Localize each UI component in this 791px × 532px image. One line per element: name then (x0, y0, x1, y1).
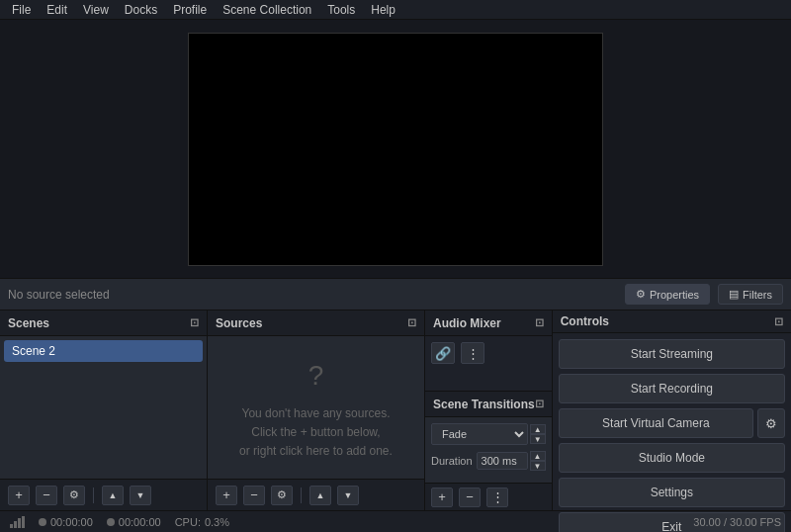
record-status-dot (107, 518, 115, 526)
transitions-body: Fade ▲ ▼ Duration 300 ms ▲ ▼ (425, 417, 552, 483)
stream-status-dot (39, 518, 46, 526)
cpu-label: CPU: (175, 516, 201, 528)
cpu-status: CPU: 0.3% (175, 516, 229, 528)
no-source-label: No source selected (8, 288, 617, 302)
properties-label: Properties (650, 289, 699, 301)
transition-spin-up[interactable]: ▲ (530, 424, 546, 434)
transition-select[interactable]: Fade (431, 423, 528, 445)
menu-profile[interactable]: Profile (165, 1, 215, 19)
duration-label: Duration (431, 455, 473, 467)
question-icon: ? (308, 354, 324, 399)
duration-input[interactable]: 300 ms (477, 452, 528, 470)
controls-panel: Controls ⊡ Start Streaming Start Recordi… (553, 310, 791, 510)
source-down-button[interactable]: ▼ (337, 486, 359, 505)
audio-mixer-panel: Audio Mixer ⊡ 🔗 ⋮ (425, 310, 552, 391)
audio-and-transitions: Audio Mixer ⊡ 🔗 ⋮ Scene Transitions ⊡ Fa… (425, 310, 553, 510)
record-time: 00:00:00 (119, 516, 161, 528)
scenes-panel: Scenes ⊡ Scene 2 + − ⚙ ▲ ▼ (0, 310, 208, 510)
menu-scene-collection[interactable]: Scene Collection (215, 1, 319, 19)
audio-body: 🔗 ⋮ (425, 336, 552, 391)
source-up-button[interactable]: ▲ (309, 486, 331, 505)
fps-display: 30.00 / 30.00 FPS (693, 516, 781, 528)
audio-link-button[interactable]: 🔗 (431, 342, 455, 364)
scenes-title: Scenes (8, 316, 49, 330)
menu-help[interactable]: Help (363, 1, 403, 19)
cpu-value: 0.3% (205, 516, 229, 528)
controls-expand-icon[interactable]: ⊡ (774, 315, 783, 328)
menu-view[interactable]: View (75, 1, 117, 19)
source-bar: No source selected ⚙ Properties ▤ Filter… (0, 279, 791, 310)
filters-icon: ▤ (729, 288, 739, 301)
preview-canvas (188, 33, 603, 266)
sources-header-icons: ⊡ (407, 316, 416, 329)
duration-spinners: ▲ ▼ (530, 451, 546, 471)
panels: Scenes ⊡ Scene 2 + − ⚙ ▲ ▼ Sources ⊡ ? Y… (0, 310, 791, 510)
controls-header: Controls ⊡ (553, 310, 791, 333)
transitions-header: Scene Transitions ⊡ (425, 392, 552, 417)
gear-icon: ⚙ (636, 288, 646, 301)
sources-title: Sources (216, 316, 262, 330)
scene-item[interactable]: Scene 2 (4, 340, 203, 362)
scenes-header: Scenes ⊡ (0, 310, 207, 336)
virtual-camera-settings-button[interactable]: ⚙ (757, 408, 785, 438)
start-virtual-camera-button[interactable]: Start Virtual Camera (559, 408, 753, 438)
settings-button[interactable]: Settings (559, 478, 785, 507)
more-transitions-button[interactable]: ⋮ (486, 488, 508, 507)
start-streaming-button[interactable]: Start Streaming (559, 339, 785, 369)
duration-spin-down[interactable]: ▼ (530, 461, 546, 471)
toolbar-separator2 (301, 488, 302, 503)
controls-body: Start Streaming Start Recording Start Vi… (553, 333, 791, 532)
transition-select-row: Fade ▲ ▼ (431, 423, 546, 445)
toolbar-separator (93, 488, 94, 503)
sources-header: Sources ⊡ (208, 310, 424, 336)
sources-empty[interactable]: ? You don't have any sources.Click the +… (208, 336, 424, 479)
audio-expand-icon[interactable]: ⊡ (535, 316, 544, 329)
controls-title: Controls (561, 314, 609, 328)
menu-docks[interactable]: Docks (117, 1, 165, 19)
preview-area (0, 20, 791, 279)
sources-empty-text: You don't have any sources.Click the + b… (239, 404, 393, 462)
sources-expand-icon[interactable]: ⊡ (407, 316, 416, 329)
scene-up-button[interactable]: ▲ (102, 486, 124, 505)
start-recording-button[interactable]: Start Recording (559, 374, 785, 403)
transition-spinners: ▲ ▼ (530, 424, 546, 444)
audio-header: Audio Mixer ⊡ (425, 310, 552, 336)
signal-status (10, 516, 25, 528)
scenes-expand-icon[interactable]: ⊡ (190, 316, 199, 329)
stream-time: 00:00:00 (50, 516, 93, 528)
menubar: File Edit View Docks Profile Scene Colle… (0, 0, 791, 20)
signal-bars-icon (10, 516, 25, 528)
duration-row: Duration 300 ms ▲ ▼ (431, 451, 546, 471)
virtual-camera-row: Start Virtual Camera ⚙ (559, 408, 785, 438)
scene-down-button[interactable]: ▼ (130, 486, 151, 505)
transitions-expand-icon[interactable]: ⊡ (535, 398, 544, 410)
studio-mode-button[interactable]: Studio Mode (559, 443, 785, 473)
audio-more-button[interactable]: ⋮ (461, 342, 484, 364)
menu-tools[interactable]: Tools (319, 1, 363, 19)
duration-spin-up[interactable]: ▲ (530, 451, 546, 461)
scenes-header-icons: ⊡ (190, 316, 199, 329)
configure-source-button[interactable]: ⚙ (271, 486, 293, 505)
sources-toolbar: + − ⚙ ▲ ▼ (208, 479, 424, 510)
menu-file[interactable]: File (4, 1, 39, 19)
filters-button[interactable]: ▤ Filters (718, 284, 783, 305)
scenes-toolbar: + − ⚙ ▲ ▼ (0, 479, 207, 510)
stream-time-status: 00:00:00 (39, 516, 93, 528)
remove-source-button[interactable]: − (243, 486, 265, 505)
menu-edit[interactable]: Edit (39, 1, 75, 19)
remove-scene-button[interactable]: − (36, 486, 57, 505)
properties-button[interactable]: ⚙ Properties (625, 284, 710, 305)
add-scene-button[interactable]: + (8, 486, 30, 505)
configure-scene-button[interactable]: ⚙ (63, 486, 85, 505)
transition-spin-down[interactable]: ▼ (530, 434, 546, 444)
sources-panel: Sources ⊡ ? You don't have any sources.C… (208, 310, 425, 510)
audio-title: Audio Mixer (433, 316, 501, 330)
transitions-toolbar: + − ⋮ (425, 483, 552, 510)
scene-list: Scene 2 (0, 336, 207, 479)
transitions-title: Scene Transitions (433, 398, 535, 411)
filters-label: Filters (743, 289, 772, 301)
add-transition-button[interactable]: + (431, 488, 453, 507)
add-source-button[interactable]: + (216, 486, 237, 505)
transitions-panel: Scene Transitions ⊡ Fade ▲ ▼ Duration (425, 391, 552, 510)
remove-transition-button[interactable]: − (459, 488, 481, 507)
